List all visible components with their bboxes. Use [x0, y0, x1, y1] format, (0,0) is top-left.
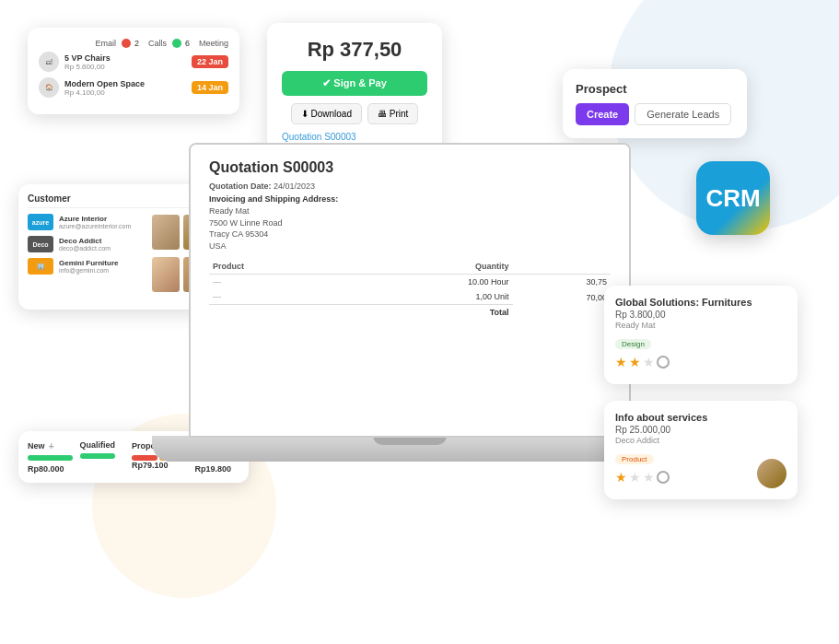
info-star-3: ★	[643, 470, 655, 485]
customer-name-2: Deco Addict	[59, 237, 149, 245]
kanban-qualified-label: Qualified	[80, 440, 116, 450]
info-price: Rp 25.000,00	[615, 425, 748, 435]
qty-2: 1,00 Unit	[344, 289, 512, 305]
activity-name-1: 5 VP Chairs	[64, 53, 192, 63]
table-row-2: — 1,00 Unit 70,00	[209, 289, 611, 305]
prospect-card: Prospect Create Generate Leads	[563, 69, 747, 138]
info-avatar	[757, 459, 787, 488]
email-count: 2	[134, 39, 139, 48]
customer-email-2: deco@addict.com	[59, 245, 149, 252]
customer-row-3: 🏢 Gemini Furniture info@gemini.com	[28, 258, 149, 275]
prospect-title: Prospect	[576, 82, 734, 96]
product-name-1: —	[209, 275, 344, 290]
customer-name-1: Azure Interior	[59, 215, 149, 223]
price-actions: ⬇ Download 🖶 Print	[282, 103, 427, 124]
address-line-4: USA	[209, 240, 611, 252]
gs-tag: Design	[615, 339, 651, 349]
customer-email-3: info@gemini.com	[59, 267, 149, 274]
calls-count: 6	[185, 39, 190, 48]
customer-name-3: Gemini Furniture	[59, 259, 149, 267]
price-amount: Rp 377,50	[282, 38, 427, 62]
quotation-table: Product Quantity — 10.00 Hour 30,75 — 1,…	[209, 259, 611, 320]
star-3: ★	[643, 355, 655, 369]
dot-indicators: Email 2 Calls 6 Meeting	[39, 39, 228, 48]
table-row-1: — 10.00 Hour 30,75	[209, 275, 611, 290]
qty-1: 10.00 Hour	[344, 275, 512, 290]
kanban-new-amount: Rp80.000	[28, 464, 73, 474]
refresh-icon[interactable]	[657, 356, 670, 369]
activity-badge-1: 22 Jan	[192, 55, 228, 68]
activity-name-2: Modern Open Space	[64, 79, 192, 88]
quotation-document: Quotation S00003 Quotation Date: 24/01/2…	[191, 145, 629, 436]
email-label: Email	[95, 39, 116, 48]
address-lines: Ready Mat 7500 W Linne Road Tracy CA 953…	[209, 205, 611, 252]
crm-label: CRM	[705, 184, 760, 213]
meeting-label: Meeting	[199, 39, 228, 48]
amount-1: 30,75	[513, 275, 611, 290]
crm-logo: CRM	[696, 161, 770, 235]
product-name-2: —	[209, 289, 344, 305]
star-1: ★	[615, 355, 627, 369]
info-services-card: Info about services Rp 25.000,00 Deco Ad…	[604, 401, 798, 499]
col-quantity: Quantity	[344, 259, 512, 275]
col-amount	[513, 259, 611, 275]
gs-customer: Ready Mat	[615, 321, 787, 330]
email-dot	[122, 39, 131, 48]
quotation-date-label: Quotation Date:	[209, 181, 272, 191]
kanban-col-qualified: Qualified	[80, 440, 125, 474]
col-product: Product	[209, 259, 344, 275]
address-line-2: 7500 W Linne Road	[209, 217, 611, 229]
kanban-qualified-bar	[80, 453, 116, 459]
table-total-row: Total	[209, 305, 611, 321]
activity-amount-1: Rp 5.600,00	[64, 63, 192, 71]
kanban-new-bar	[28, 455, 73, 461]
sunny-logo: 🏢	[28, 258, 53, 275]
prospect-buttons: Create Generate Leads	[576, 103, 734, 125]
quotation-title: Quotation S00003	[209, 159, 611, 176]
info-refresh-icon[interactable]	[657, 471, 670, 484]
gs-stars: ★ ★ ★	[615, 355, 787, 369]
calls-label: Calls	[148, 39, 167, 48]
kanban-col-new: New + Rp80.000	[28, 440, 73, 474]
quotation-link[interactable]: Quotation S00003	[282, 132, 427, 142]
address-line-1: Ready Mat	[209, 205, 611, 217]
activity-amount-2: Rp 4.100,00	[64, 88, 192, 97]
quotation-date-value: 24/01/2023	[274, 181, 315, 191]
sign-pay-button[interactable]: ✔ Sign & Pay	[282, 71, 427, 96]
info-star-2: ★	[629, 470, 641, 485]
star-2: ★	[629, 355, 641, 369]
customer-row-2: Deco Deco Addict deco@addict.com	[28, 236, 149, 252]
info-tag: Product	[615, 454, 654, 464]
activity-row-1: 🛋 5 VP Chairs Rp 5.600,00 22 Jan	[39, 52, 228, 72]
address-line-3: Tracy CA 95304	[209, 228, 611, 240]
gs-price: Rp 3.800,00	[615, 310, 787, 320]
laptop-base	[152, 436, 668, 462]
kanban-new-label: New	[28, 441, 45, 451]
customer-email-1: azure@azureinterior.com	[59, 223, 149, 229]
activity-badge-2: 14 Jan	[192, 81, 228, 94]
kanban-new-plus[interactable]: +	[49, 440, 54, 451]
global-solutions-card: Global Solutions: Furnitures Rp 3.800,00…	[604, 286, 798, 384]
laptop-mockup: Quotation S00003 Quotation Date: 24/01/2…	[152, 143, 668, 530]
quotation-date: Quotation Date: 24/01/2023	[209, 181, 611, 191]
activity-row-2: 🏠 Modern Open Space Rp 4.100,00 14 Jan	[39, 77, 228, 98]
info-title: Info about services	[615, 412, 748, 423]
create-button[interactable]: Create	[576, 103, 629, 125]
download-button[interactable]: ⬇ Download	[291, 103, 362, 124]
info-customer: Deco Addict	[615, 436, 748, 445]
laptop-screen: Quotation S00003 Quotation Date: 24/01/2…	[189, 143, 631, 438]
amount-2: 70,00	[513, 289, 611, 305]
activity-card: Email 2 Calls 6 Meeting 🛋 5 VP Chairs Rp…	[28, 28, 239, 114]
info-star-1: ★	[615, 470, 627, 485]
generate-leads-button[interactable]: Generate Leads	[635, 103, 731, 125]
calls-dot	[172, 39, 181, 48]
info-stars: ★ ★ ★	[615, 470, 748, 485]
activity-icon-2: 🏠	[39, 77, 59, 98]
gs-title: Global Solutions: Furnitures	[615, 297, 787, 308]
deco-logo: Deco	[28, 236, 53, 252]
total-label: Total	[209, 305, 513, 321]
activity-icon-1: 🛋	[39, 52, 59, 72]
address-label: Invoicing and Shipping Address:	[209, 194, 611, 204]
print-button[interactable]: 🖶 Print	[367, 103, 418, 124]
customer-row-1: azure Azure Interior azure@azureinterior…	[28, 214, 149, 230]
